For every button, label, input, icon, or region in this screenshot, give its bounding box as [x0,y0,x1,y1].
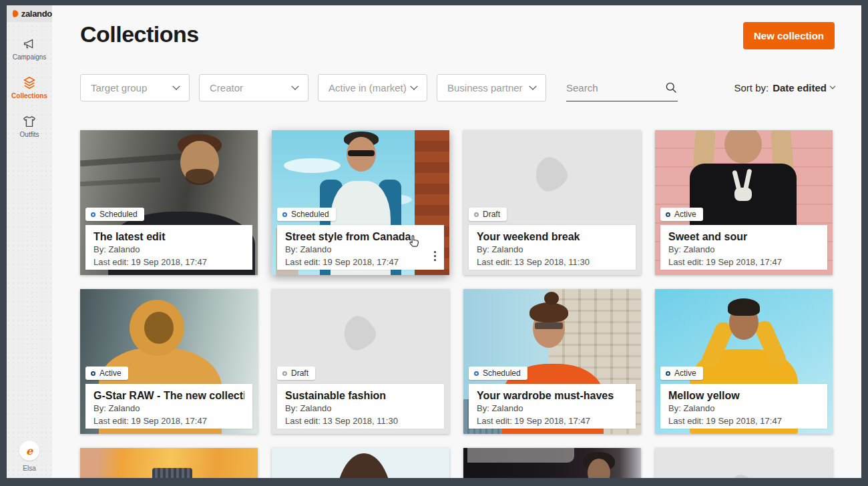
card-last-edit: Last edit: 19 Sep 2018, 17:47 [285,257,436,267]
collection-card-partial[interactable] [463,448,641,486]
card-info-panel: Sweet and sour By: Zalando Last edit: 19… [660,225,827,270]
main-content: Collections New collection Target group … [52,5,861,478]
card-last-edit: Last edit: 19 Sep 2018, 17:47 [668,257,819,267]
collection-card-partial[interactable] [80,448,258,486]
card-title: Your wardrobe must-haves [477,389,628,402]
status-label: Active [674,369,696,378]
card-last-edit: Last edit: 19 Sep 2018, 17:47 [668,416,819,426]
page-title: Collections [80,21,199,47]
sidebar-item-outfits[interactable]: Outfits [7,111,52,141]
creator-dropdown[interactable]: Creator [199,74,308,101]
card-title: Your weekend break [477,230,628,243]
user-name: Elsa [23,465,35,472]
placeholder-blob [340,313,381,354]
status-badge: Active [85,367,128,380]
card-info-panel: Mellow yellow By: Zalando Last edit: 19 … [660,384,827,429]
status-badge: Scheduled [469,367,527,380]
collection-card[interactable]: Draft Your weekend break By: Zalando Las… [463,130,641,275]
layers-icon [22,75,37,90]
status-label: Draft [483,210,500,219]
collection-card[interactable]: Active G-Star RAW - The new collection B… [80,289,258,434]
status-dot-icon [666,371,670,376]
status-dot-icon [91,371,95,376]
card-by: By: Zalando [477,244,628,254]
dropdown-placeholder: Target group [91,82,147,93]
app-window: zalando Campaigns Collections Outfits [0,0,868,486]
card-photo [80,448,258,486]
zalando-logo-icon [11,9,19,19]
status-label: Active [99,369,122,378]
card-by: By: Zalando [93,244,244,254]
sort-by-control[interactable]: Sort by: Date edited [734,82,835,93]
avatar[interactable]: e [19,441,39,461]
chevron-down-icon [410,82,417,89]
card-by: By: Zalando [93,403,244,413]
collection-card[interactable]: Scheduled The latest edit By: Zalando La… [80,130,258,275]
cursor-pointer [408,234,421,249]
status-badge: Active [660,208,703,221]
search-input[interactable] [566,82,650,93]
status-label: Scheduled [483,369,521,378]
chevron-down-icon [172,82,180,89]
status-dot-icon [282,212,287,217]
megaphone-icon [22,37,37,51]
sort-by-value: Date edited [773,82,827,93]
card-last-edit: Last edit: 13 Sep 2018, 11:30 [285,416,436,426]
person-head [588,459,610,486]
dropdown-placeholder: Active in (market) [329,82,407,93]
card-title: Sweet and sour [668,230,819,243]
card-info-panel: Your weekend break By: Zalando Last edit… [469,225,636,270]
card-by: By: Zalando [477,403,628,413]
card-last-edit: Last edit: 19 Sep 2018, 17:47 [93,416,244,426]
status-label: Scheduled [291,210,329,219]
card-menu-button[interactable] [433,250,437,262]
card-info-panel: The latest edit By: Zalando Last edit: 1… [85,225,252,270]
card-by: By: Zalando [668,403,819,413]
tshirt-icon [22,114,37,129]
sidebar-item-label: Outfits [20,131,39,138]
status-badge: Active [660,367,703,380]
status-label: Draft [291,369,308,378]
collection-card[interactable]: Active Mellow yellow By: Zalando Last ed… [655,289,833,434]
status-dot-icon [666,212,670,217]
status-dot-icon [91,212,95,217]
status-label: Active [674,210,696,219]
sidebar-item-collections[interactable]: Collections [7,73,52,102]
status-badge: Scheduled [277,208,336,221]
chevron-down-icon [291,82,298,89]
zalando-logo-text: zalando [21,9,52,19]
collection-card-partial[interactable] [655,448,833,486]
business-partner-dropdown[interactable]: Business partner [437,74,546,101]
person-hair [529,302,568,322]
card-last-edit: Last edit: 13 Sep 2018, 11:30 [477,257,628,267]
zalando-logo[interactable]: zalando [7,5,52,22]
card-title: Sustainable fashion [285,389,436,402]
filter-bar: Target group Creator Active in (market) … [80,74,835,101]
collection-card[interactable]: Scheduled Street style from Canada By: Z… [272,130,449,275]
status-dot-icon [474,371,479,376]
sidebar-item-campaigns[interactable]: Campaigns [7,34,52,63]
sidebar-item-label: Campaigns [13,53,47,61]
status-dot-icon [282,371,287,376]
status-badge: Draft [277,367,315,380]
search-icon[interactable] [664,81,678,94]
collection-card[interactable]: Active Sweet and sour By: Zalando Last e… [655,130,833,275]
collection-card[interactable]: Draft Sustainable fashion By: Zalando La… [272,289,449,434]
card-by: By: Zalando [668,244,819,254]
status-label: Scheduled [99,210,138,219]
sunglasses [535,322,563,329]
new-collection-button[interactable]: New collection [743,22,835,49]
card-info-panel: G-Star RAW - The new collection By: Zala… [85,384,252,429]
active-in-market-dropdown[interactable]: Active in (market) [318,74,427,101]
collections-grid: Scheduled The latest edit By: Zalando La… [80,130,833,486]
card-info-panel: Your wardrobe must-haves By: Zalando Las… [469,384,636,429]
sidebar-user[interactable]: e Elsa [7,441,52,472]
collection-card-partial[interactable] [272,448,449,486]
collection-card[interactable]: Scheduled Your wardrobe must-haves By: Z… [463,289,641,434]
card-by: By: Zalando [285,403,436,413]
target-group-dropdown[interactable]: Target group [80,74,190,101]
card-photo-placeholder [655,448,833,486]
status-dot-icon [474,212,479,217]
chevron-down-icon [529,82,536,89]
status-badge: Scheduled [85,208,144,221]
